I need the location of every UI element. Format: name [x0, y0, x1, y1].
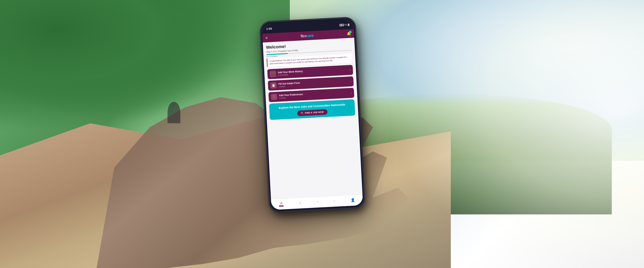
chevron-right-icon-3: › [351, 91, 352, 94]
task-icon-box: 💼 [270, 71, 276, 77]
new-icon: ⊕ [280, 201, 283, 205]
status-time: 1:05 [266, 27, 272, 30]
bg-haze [386, 0, 644, 268]
logo-care-text: care [306, 33, 314, 38]
task-icon-box-2: 📋 [270, 82, 277, 89]
notification-button[interactable]: 🔔 1 [346, 31, 351, 36]
signal-icon: ▐▐▐ [339, 24, 344, 26]
phone-device: 1:05 ▐▐▐ 5G ▓ ≡ flexcare 🔔 1 [260, 17, 365, 213]
network-type: 5G [344, 23, 347, 26]
home-icon: ⌂ [299, 201, 301, 205]
app-content: ≡ flexcare 🔔 1 Welcome! Step 1 of 4: Com… [262, 29, 363, 210]
dot-icon-2: ● [334, 200, 335, 202]
nav-item-home[interactable]: ⌂ [299, 201, 301, 205]
find-job-button[interactable]: 🔍 FIND A JOB NOW [297, 109, 328, 116]
app-main: Welcome! Step 1 of 4: Complete Your Prof… [263, 38, 358, 123]
cta-title: Explore the Best Jobs and Communities Na… [272, 102, 352, 110]
cta-section: Explore the Best Jobs and Communities Na… [269, 99, 355, 120]
logo-flex-text: flex [300, 34, 306, 38]
battery-icon: ▓ [348, 23, 350, 26]
find-job-label: FIND A JOB NOW [305, 111, 324, 114]
task-info: Add Your Work History 5-10 minutes [278, 68, 348, 76]
status-icons: ▐▐▐ 5G ▓ [339, 23, 350, 26]
task-icon-box-3: 📍 [271, 94, 277, 100]
phone-screen: 1:05 ▐▐▐ 5G ▓ ≡ flexcare 🔔 1 [262, 20, 363, 210]
nav-item-profile[interactable]: 👤 [350, 198, 355, 202]
task-info-3: Add Your Preferences 1 minute [279, 90, 349, 99]
search-icon: 🔍 [301, 112, 304, 114]
chevron-right-icon: › [350, 68, 351, 71]
new-badge: NEW [279, 205, 284, 207]
task-info-2: Fill Out Intake Form 1 minute [278, 79, 348, 87]
pin-icon: 📍 [272, 95, 276, 99]
nav-item-dot1[interactable]: ● [317, 201, 318, 203]
nav-item-new[interactable]: ⊕ NEW [279, 201, 284, 207]
app-logo: flexcare [300, 33, 314, 38]
bg-person-silhouette [168, 102, 180, 123]
profile-icon: 👤 [350, 198, 355, 202]
phone-body: 1:05 ▐▐▐ 5G ▓ ≡ flexcare 🔔 1 [260, 17, 365, 213]
congrats-text: Congratulations! The path to your next g… [269, 55, 350, 65]
clipboard-icon: 📋 [272, 83, 276, 87]
chevron-right-icon-2: › [350, 80, 351, 83]
menu-icon[interactable]: ≡ [266, 36, 268, 40]
nav-item-dot2[interactable]: ● [334, 200, 335, 202]
bottom-navigation: ⊕ NEW ⌂ ● ● 👤 [271, 195, 363, 210]
briefcase-icon: 💼 [271, 72, 275, 76]
notification-badge: 1 [349, 31, 352, 33]
dot-icon-1: ● [317, 201, 318, 203]
